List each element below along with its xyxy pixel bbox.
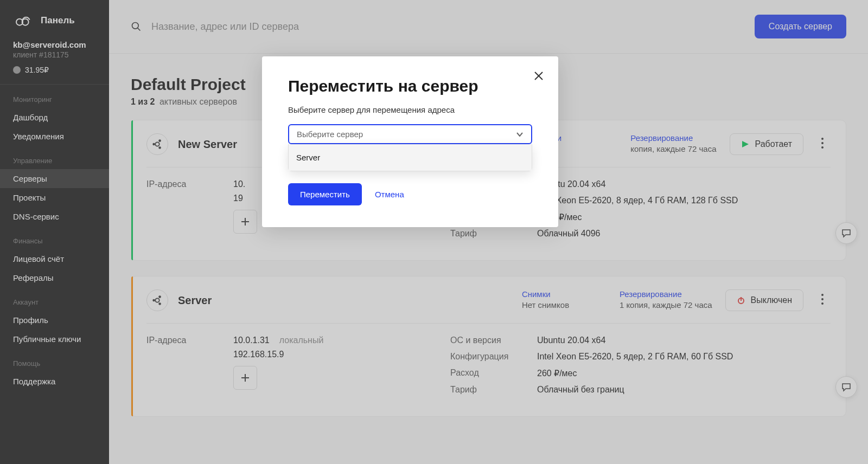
move-dialog: Переместить на сервер Выберите сервер дл… <box>262 56 558 227</box>
close-button[interactable] <box>533 70 544 83</box>
close-icon <box>533 70 544 81</box>
cancel-button[interactable]: Отмена <box>375 190 404 199</box>
server-select-dropdown: Server <box>288 144 532 171</box>
dialog-title: Переместить на сервер <box>288 77 532 95</box>
select-placeholder: Выберите сервер <box>297 130 363 139</box>
dialog-subtitle: Выберите сервер для перемещения адреса <box>288 105 532 114</box>
server-option[interactable]: Server <box>289 144 532 171</box>
move-button[interactable]: Переместить <box>288 183 362 205</box>
chevron-down-icon <box>516 131 524 138</box>
server-select[interactable]: Выберите сервер <box>288 124 532 144</box>
